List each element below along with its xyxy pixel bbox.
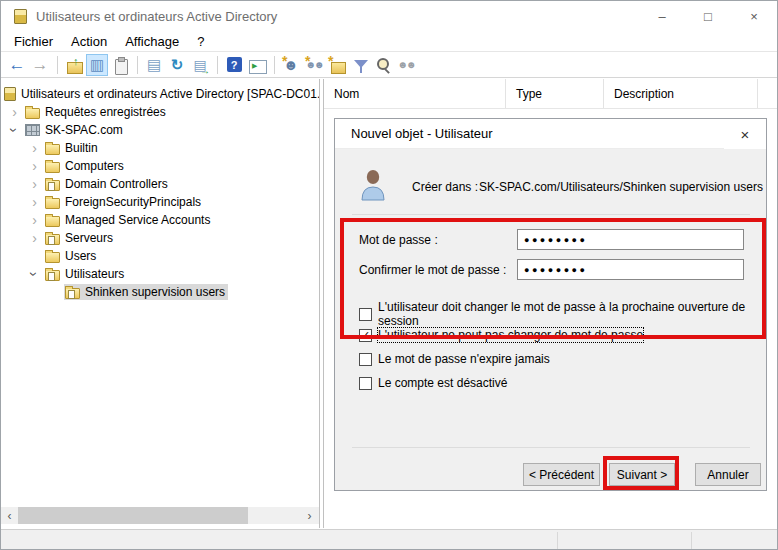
back-icon[interactable] [6, 54, 28, 76]
tree-item-shinken-supervision-users[interactable]: Shinken supervision users [1, 283, 319, 301]
help-icon[interactable] [223, 54, 245, 76]
chevron-glyph: › [32, 177, 37, 191]
maximize-icon[interactable]: □ [685, 1, 731, 31]
show-window-icon[interactable] [246, 54, 268, 76]
list-properties-icon[interactable] [143, 54, 165, 76]
checkbox-row-le-mot-de-passe-n-expire-jamais[interactable]: Le mot de passe n'expire jamais [359, 352, 550, 366]
minimize-icon[interactable]: – [639, 1, 685, 31]
column-header-description[interactable]: Description [604, 79, 758, 108]
tree-item-requ-tes-enregistr-es[interactable]: ›Requêtes enregistrées [1, 103, 319, 121]
scroll-right-icon[interactable]: › [301, 507, 318, 524]
tree-item-content: Managed Service Accounts [44, 212, 213, 228]
scrollbar-thumb[interactable] [18, 507, 248, 524]
dialog-title-bar: Nouvel objet - Utilisateur [335, 119, 766, 149]
chevron-collapsed-icon[interactable]: › [25, 159, 44, 173]
ou-icon [45, 270, 60, 281]
tree-item-serveurs[interactable]: ›Serveurs [1, 229, 319, 247]
new-object-user-dialog: Nouvel objet - Utilisateur × Créer dans … [334, 118, 767, 491]
menu-item-affichage[interactable]: Affichage [116, 34, 188, 49]
chevron-collapsed-icon[interactable]: › [5, 105, 24, 119]
checkbox-unchecked-icon[interactable] [359, 353, 372, 366]
clipboard-icon[interactable] [109, 54, 131, 76]
tree-item-content: Users [44, 248, 99, 264]
dialog-separator [352, 214, 750, 215]
tree-item-utilisateurs[interactable]: ›Utilisateurs [1, 265, 319, 283]
tree-item-label: Utilisateurs [65, 267, 124, 281]
folder-icon [25, 108, 40, 119]
new-org-unit-icon[interactable] [326, 54, 348, 76]
checkbox-unchecked-icon[interactable] [359, 308, 372, 321]
chevron-glyph: › [32, 141, 37, 155]
tree-item-managed-service-accounts[interactable]: ›Managed Service Accounts [1, 211, 319, 229]
tree-item-builtin[interactable]: ›Builtin [1, 139, 319, 157]
menu-item-action[interactable]: Action [62, 34, 116, 49]
menu-bar: FichierActionAffichage? [1, 31, 777, 51]
chevron-collapsed-icon[interactable]: › [25, 231, 44, 245]
checkbox-unchecked-icon[interactable] [359, 377, 372, 390]
horizontal-scrollbar[interactable]: ‹ › [1, 507, 320, 524]
filter-users-icon[interactable] [395, 54, 417, 76]
password-input[interactable]: ●●●●●●●● [517, 229, 744, 250]
folder-icon [45, 216, 60, 227]
export-list-icon[interactable] [189, 54, 211, 76]
refresh-icon[interactable] [166, 54, 188, 76]
tree-item-label: Computers [65, 159, 124, 173]
folder-icon [45, 252, 60, 263]
chevron-collapsed-icon[interactable]: › [25, 213, 44, 227]
find-icon[interactable] [372, 54, 394, 76]
tree-item-domain-controllers[interactable]: ›Domain Controllers [1, 175, 319, 193]
tree-item-computers[interactable]: ›Computers [1, 157, 319, 175]
toolbar-separator [137, 56, 138, 74]
chevron-collapsed-icon[interactable]: › [25, 141, 44, 155]
next-button[interactable]: Suivant > [609, 463, 675, 486]
chevron-expanded-icon[interactable]: › [25, 267, 44, 281]
cancel-button[interactable]: Annuler [695, 463, 761, 486]
checkbox-row-l-utilisateur-doit-changer-le-mot-de-pas[interactable]: L'utilisateur doit changer le mot de pas… [359, 300, 766, 328]
menu-item-[interactable]: ? [188, 34, 213, 49]
checkbox-checked-icon[interactable]: ✓ [359, 329, 372, 342]
forward-icon[interactable] [29, 54, 51, 76]
previous-button[interactable]: < Précédent [523, 463, 600, 486]
chevron-glyph: › [27, 272, 41, 277]
filter-icon[interactable] [349, 54, 371, 76]
dialog-close-icon[interactable]: × [724, 119, 766, 149]
confirm-password-input[interactable]: ●●●●●●●● [517, 259, 744, 280]
status-bar [1, 529, 777, 549]
chevron-glyph: › [12, 105, 17, 119]
up-level-icon[interactable] [63, 54, 85, 76]
new-group-icon[interactable] [303, 54, 325, 76]
chevron-glyph: › [32, 213, 37, 227]
menu-item-fichier[interactable]: Fichier [5, 34, 62, 49]
tree-item-content: Domain Controllers [44, 176, 171, 192]
ou-icon [65, 288, 80, 299]
close-icon[interactable]: × [731, 1, 777, 31]
ou-icon [45, 180, 60, 191]
statusbar-divider [557, 532, 558, 549]
new-user-icon[interactable] [280, 54, 302, 76]
checkbox-row-le-compte-est-d-sactiv[interactable]: Le compte est désactivé [359, 376, 507, 390]
column-header-type[interactable]: Type [506, 79, 604, 108]
chevron-collapsed-icon[interactable]: › [25, 177, 44, 191]
domain-icon [25, 124, 40, 136]
confirm-password-label: Confirmer le mot de passe : [359, 263, 506, 277]
tree-item-utilisateurs-et-ordinateurs-active-directory-spac-dc01[interactable]: Utilisateurs et ordinateurs Active Direc… [1, 85, 319, 103]
checkbox-row-l-utilisateur-ne-peut-pas-changer-de-mot[interactable]: ✓L'utilisateur ne peut pas changer de mo… [359, 328, 643, 342]
tree-item-content: Serveurs [44, 230, 116, 246]
mmc-console-icon [14, 9, 27, 24]
chevron-collapsed-icon[interactable]: › [25, 195, 44, 209]
title-bar: Utilisateurs et ordinateurs Active Direc… [1, 1, 777, 31]
console-icon [4, 87, 16, 101]
show-console-tree-icon[interactable] [86, 54, 108, 76]
folder-icon [45, 144, 60, 155]
tree-item-users[interactable]: Users [1, 247, 319, 265]
toolbar-separator [57, 56, 58, 74]
create-in-path: SK-SPAC.com/Utilisateurs/Shinken supervi… [479, 180, 763, 194]
tree-item-foreignsecurityprincipals[interactable]: ›ForeignSecurityPrincipals [1, 193, 319, 211]
checkbox-label: L'utilisateur ne peut pas changer de mot… [378, 328, 643, 342]
tree-item-sk-spac-com[interactable]: ›SK-SPAC.com [1, 121, 319, 139]
column-header-nom[interactable]: Nom [324, 79, 506, 108]
scroll-left-icon[interactable]: ‹ [1, 507, 18, 524]
tree-item-label: SK-SPAC.com [45, 123, 123, 137]
aduc-window: Utilisateurs et ordinateurs Active Direc… [0, 0, 778, 550]
chevron-expanded-icon[interactable]: › [5, 123, 24, 137]
